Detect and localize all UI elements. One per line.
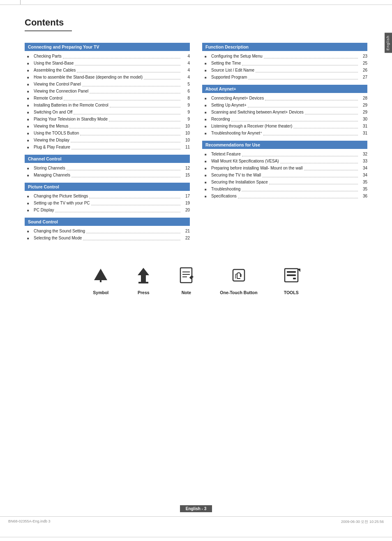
toc-bullet: ■	[27, 61, 32, 66]
toc-bullet: ■	[205, 68, 210, 73]
toc-row: Checking Parts 4	[34, 53, 190, 59]
toc-item: ■ Setting Up Anynet+ 29	[202, 102, 367, 109]
toc-page: 4	[182, 60, 190, 66]
toc-bullet: ■	[27, 229, 32, 234]
toc-dots	[110, 107, 180, 107]
toc-label: Setting the Time	[211, 60, 241, 66]
toc-bullet: ■	[27, 96, 32, 101]
section-header: About Anynet+	[202, 85, 367, 93]
toc-label: Viewing the Display	[34, 137, 69, 143]
toc-page: 33	[359, 158, 367, 164]
toc-bullet: ■	[205, 61, 210, 66]
toc-dots	[293, 128, 358, 128]
toc-item: ■ Assembling the Cables 4	[25, 67, 190, 74]
toc-item: ■ Securing the TV to the Wall 34	[202, 172, 367, 179]
toc-item: ■ Securing the Installation Space 35	[202, 179, 367, 186]
toc-dots	[248, 107, 358, 107]
toc-row: Teletext Feature 32	[211, 151, 367, 157]
toc-row: How to assemble the Stand-Base (dependin…	[34, 74, 190, 80]
toc-dots	[238, 198, 358, 198]
press-label: Press	[138, 290, 150, 295]
toc-label: Listening through a Receiver (Home theat…	[211, 123, 292, 129]
toc-item: ■ Installing Batteries in the Remote Con…	[25, 102, 190, 109]
toc-page: 29	[359, 109, 367, 115]
toc-label: Placing Your Television in Standby Mode	[34, 116, 108, 122]
symbol-item-symbol: Symbol	[92, 266, 110, 295]
symbol-item-onetouch: One-Touch Button	[220, 266, 257, 295]
section-header: Function Description	[202, 43, 367, 51]
toc-page: 12	[182, 165, 190, 171]
toc-bullet: ■	[27, 173, 32, 178]
toc-page: 21	[182, 228, 190, 234]
section-header: Recommendations for Use	[202, 141, 367, 149]
toc-page: 34	[359, 172, 367, 178]
toc-label: Teletext Feature	[211, 151, 241, 157]
toc-row: Viewing the Menus 10	[34, 123, 190, 129]
toc-dots	[269, 184, 358, 184]
toc-bullet: ■	[205, 117, 210, 122]
note-icon	[177, 266, 195, 287]
toc-bullet: ■	[27, 166, 32, 171]
toc-row: Listening through a Receiver (Home theat…	[211, 123, 367, 129]
toc-label: Installing Batteries in the Remote Contr…	[34, 102, 108, 108]
toc-label: Switching On and Off	[34, 109, 72, 115]
toc-row: Assembling the Cables 4	[34, 67, 190, 73]
toc-label: Troubleshooting for Anynet⁺	[211, 130, 262, 136]
toc-bullet: ■	[27, 89, 32, 94]
toc-item: ■ Checking Parts 4	[25, 53, 190, 60]
toc-row: Viewing the Control Panel 5	[34, 81, 190, 87]
toc-bullet: ■	[205, 131, 210, 136]
toc-dots	[75, 65, 180, 65]
toc-item: ■ Changing the Picture Settings 17	[25, 193, 190, 200]
toc-row: PC Display 20	[34, 207, 190, 213]
toc-label: Preparing before installing Wall- Mount …	[211, 165, 303, 171]
tools-icon	[282, 266, 300, 287]
svg-rect-14	[287, 274, 296, 276]
toc-item: ■ Scanning and Switching between Anynet+…	[202, 109, 367, 116]
toc-item: ■ Selecting the Sound Mode 22	[25, 235, 190, 241]
toc-page: 9	[182, 102, 190, 108]
toc-label: Managing Channels	[34, 172, 70, 178]
toc-page: 9	[182, 109, 190, 115]
toc-dots	[90, 93, 180, 93]
toc-dots	[71, 149, 180, 149]
toc-dots	[64, 100, 180, 100]
svg-rect-15	[293, 278, 296, 279]
symbol-item-note: Note	[177, 266, 195, 295]
toc-label: Changing the Picture Settings	[34, 193, 88, 199]
toc-label: Configuring the Setup Menu	[211, 53, 263, 59]
toc-item: ■ Storing Channels 12	[25, 165, 190, 172]
toc-label: Scanning and Switching between Anynet+ D…	[211, 109, 304, 115]
toc-page: 30	[359, 116, 367, 122]
toc-bullet: ■	[205, 152, 210, 157]
toc-dots	[80, 135, 180, 135]
toc-row: Source List / Edit Name 26	[211, 67, 367, 73]
toc-page: 31	[359, 130, 367, 136]
toc-row: Troubleshooting 35	[211, 186, 367, 192]
toc-bullet: ■	[27, 145, 32, 150]
toc-dots	[231, 121, 358, 121]
toc-dots	[67, 170, 180, 170]
symbol-item-tools: TOOLS	[282, 266, 300, 295]
toc-label: Securing the Installation Space	[211, 179, 268, 185]
toc-row: Switching On and Off 9	[34, 109, 190, 115]
toc-label: Plug & Play Feature	[34, 144, 70, 150]
toc-page: 29	[359, 102, 367, 108]
symbol-icon	[92, 266, 110, 287]
toc-dots	[242, 65, 358, 65]
toc-row: Storing Channels 12	[34, 165, 190, 171]
toc-row: Recording 30	[211, 116, 367, 122]
toc-bullet: ■	[27, 68, 32, 73]
toc-item: ■ PC Display 20	[25, 207, 190, 214]
toc-dots	[83, 240, 180, 240]
toc-page: 35	[359, 179, 367, 185]
toc-dots	[71, 177, 180, 177]
toc-page: 35	[359, 186, 367, 192]
toc-item: ■ Switching On and Off 9	[25, 109, 190, 116]
toc-label: Troubleshooting	[211, 186, 240, 192]
toc-item: ■ Wall Mount Kit Specifications (VESA) 3…	[202, 158, 367, 165]
toc-bullet: ■	[27, 201, 32, 206]
footer-page-label: English - 3	[180, 505, 212, 512]
svg-marker-2	[138, 268, 149, 283]
toc-dots	[109, 121, 180, 121]
